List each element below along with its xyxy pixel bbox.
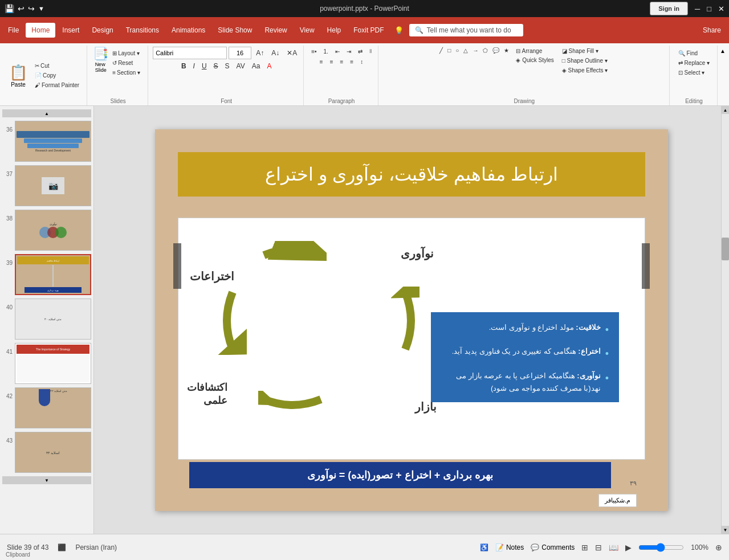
font-name-input[interactable]: [153, 47, 227, 59]
collapse-ribbon-button[interactable]: ▲: [720, 48, 726, 54]
replace-button[interactable]: ⇄ Replace ▾: [675, 59, 712, 67]
redo-icon[interactable]: ↪: [28, 4, 35, 13]
slide-img-36[interactable]: Research and Development: [15, 121, 91, 162]
menu-foxitpdf[interactable]: Foxit PDF: [348, 23, 389, 38]
numbering-button[interactable]: 1.: [321, 47, 331, 56]
slide-img-43[interactable]: اسلاید ۴۳: [15, 432, 91, 473]
format-painter-button[interactable]: 🖌 Format Painter: [32, 81, 82, 89]
slide-thumb-43[interactable]: 43 اسلاید ۴۳: [2, 432, 91, 473]
font-size-input[interactable]: [229, 47, 251, 59]
decrease-indent-button[interactable]: ⇤: [332, 47, 343, 56]
callout-shape[interactable]: 💬: [491, 47, 501, 54]
star-shape[interactable]: ★: [502, 47, 511, 54]
arrange-button[interactable]: ⊟ Arrange: [513, 47, 556, 55]
find-button[interactable]: 🔍 Find: [675, 49, 712, 58]
select-button[interactable]: ⊡ Select ▾: [675, 68, 712, 77]
scroll-thumb[interactable]: [722, 238, 729, 260]
rect-shape[interactable]: □: [446, 47, 453, 54]
justify-button[interactable]: ≡: [347, 58, 356, 66]
scroll-down-button[interactable]: ▼: [2, 476, 91, 484]
menu-animations[interactable]: Animations: [166, 23, 211, 38]
share-button[interactable]: Share: [697, 23, 727, 37]
minimize-button[interactable]: ─: [695, 5, 700, 13]
reset-button[interactable]: ↺ Reset: [109, 59, 143, 67]
oval-shape[interactable]: ○: [454, 47, 461, 54]
underline-button[interactable]: U: [199, 61, 210, 71]
close-button[interactable]: ✕: [718, 5, 724, 13]
slide-img-41[interactable]: The Importance of Strategy: [15, 343, 91, 384]
fit-button[interactable]: ⊕: [715, 543, 722, 552]
scroll-up-arrow[interactable]: ▲: [722, 106, 729, 114]
bullets-button[interactable]: ≡•: [308, 47, 319, 56]
menu-home[interactable]: Home: [26, 23, 55, 38]
menu-review[interactable]: Review: [259, 23, 292, 38]
slide-img-38[interactable]: نوآوری: [15, 210, 91, 251]
slide-thumb-38[interactable]: 38 نوآوری: [2, 210, 91, 251]
slide-thumb-40[interactable]: 40 متن اسلاید ۴۰: [2, 299, 91, 340]
align-center-button[interactable]: ≡: [327, 58, 336, 66]
slide-thumb-41[interactable]: 41 The Importance of Strategy: [2, 343, 91, 384]
customize-qat-icon[interactable]: ▼: [38, 5, 44, 12]
font-color-button[interactable]: A: [264, 61, 274, 71]
paste-button[interactable]: 📋 Paste: [6, 46, 31, 105]
strikethrough-button[interactable]: S: [211, 61, 221, 71]
restore-button[interactable]: □: [707, 5, 711, 13]
reading-view-button[interactable]: 📖: [609, 543, 618, 552]
slide-thumb-42[interactable]: 42 متن اسلاید ۴۲: [2, 387, 91, 428]
normal-view-button[interactable]: ⊞: [581, 543, 588, 552]
slide-img-39[interactable]: ارتباط مفاهیم بهره برداری: [15, 254, 91, 295]
menu-file[interactable]: File: [2, 23, 25, 38]
arrow-shape[interactable]: →: [471, 47, 480, 54]
zoom-slider[interactable]: [638, 543, 684, 552]
slide-sorter-button[interactable]: ⊟: [595, 543, 602, 552]
clear-formatting-button[interactable]: ✕A: [284, 48, 300, 58]
align-left-button[interactable]: ≡: [317, 58, 326, 66]
slide-img-37[interactable]: 📷: [15, 165, 91, 206]
shape-effects-button[interactable]: ◈ Shape Effects ▾: [559, 66, 611, 75]
save-icon[interactable]: 💾: [5, 4, 14, 13]
menu-slideshow[interactable]: Slide Show: [212, 23, 258, 38]
quick-styles-button[interactable]: ◈ Quick Styles: [513, 56, 556, 64]
slide-img-40[interactable]: متن اسلاید ۴۰: [15, 299, 91, 340]
slide-thumb-36[interactable]: 36 Research and Development: [2, 121, 91, 162]
italic-button[interactable]: I: [190, 61, 198, 71]
slide-view-icon[interactable]: ⬛: [58, 543, 66, 551]
new-slide-button[interactable]: 📑 NewSlide: [93, 47, 108, 73]
cut-button[interactable]: ✂ Cut: [32, 62, 82, 70]
increase-font-button[interactable]: A↑: [253, 48, 267, 58]
menu-transitions[interactable]: Transitions: [120, 23, 165, 38]
decrease-font-button[interactable]: A↓: [268, 48, 282, 58]
columns-button[interactable]: ⫴: [366, 47, 374, 56]
section-button[interactable]: ≡ Section ▾: [109, 68, 143, 77]
menu-view[interactable]: View: [294, 23, 320, 38]
pentagon-shape[interactable]: ⬠: [481, 47, 490, 54]
text-direction-button[interactable]: ⇄: [355, 47, 365, 56]
change-case-button[interactable]: Aa: [249, 61, 263, 71]
scroll-up-button[interactable]: ▲: [2, 109, 91, 117]
char-spacing-button[interactable]: AV: [234, 61, 248, 71]
align-right-button[interactable]: ≡: [337, 58, 347, 66]
sign-in-button[interactable]: Sign in: [650, 2, 688, 15]
shape-fill-button[interactable]: ◪ Shape Fill ▾: [559, 47, 611, 55]
accessibility-icon[interactable]: ♿: [480, 543, 488, 551]
menu-insert[interactable]: Insert: [56, 23, 85, 38]
slide-img-42[interactable]: متن اسلاید ۴۲: [15, 387, 91, 428]
slide-thumb-37[interactable]: 37 📷: [2, 165, 91, 206]
shape-outline-button[interactable]: □ Shape Outline ▾: [559, 56, 611, 65]
comments-button[interactable]: 💬 Comments: [531, 543, 575, 551]
menu-design[interactable]: Design: [86, 23, 119, 38]
slideshow-button[interactable]: ▶: [625, 543, 632, 552]
layout-button[interactable]: ⊞ Layout ▾: [109, 49, 143, 58]
undo-icon[interactable]: ↩: [18, 4, 25, 13]
bold-button[interactable]: B: [178, 61, 189, 71]
vertical-scrollbar[interactable]: ▲ ▼: [721, 106, 729, 534]
tell-me-box[interactable]: 🔍 Tell me what you want to do: [409, 24, 523, 36]
line-shape[interactable]: ╱: [438, 47, 445, 54]
scroll-down-arrow[interactable]: ▼: [722, 526, 729, 534]
triangle-shape[interactable]: △: [462, 47, 470, 54]
notes-button[interactable]: 📝 Notes: [495, 543, 524, 551]
line-spacing-button[interactable]: ↕: [357, 58, 366, 66]
increase-indent-button[interactable]: ⇥: [344, 47, 354, 56]
text-shadow-button[interactable]: S: [222, 61, 233, 71]
menu-help[interactable]: Help: [321, 23, 347, 38]
